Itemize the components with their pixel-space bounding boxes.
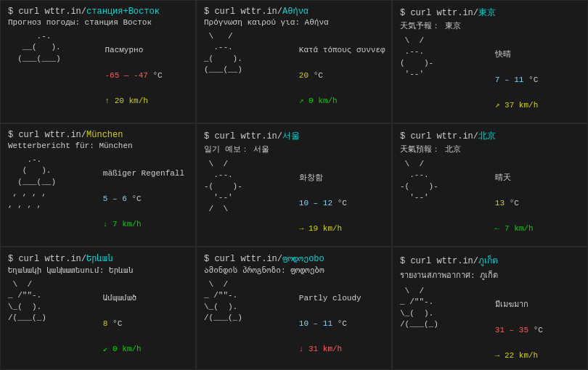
weather-block-8: \ / _ /""-. \_( ). /(___(_) Partly cloud… (204, 279, 384, 370)
location-link-8[interactable]: ფოდოეobо (282, 254, 324, 264)
description-7: Ամպամած (103, 294, 136, 303)
dollar-prompt-4: $ curl wttr.in/ (8, 130, 86, 140)
temp-unit-2: °C (314, 71, 323, 80)
weather-block-1: .-. __( ). (___(___) Пасмурно -65 — -47 … (8, 31, 188, 123)
description-3: 快晴 (495, 50, 511, 59)
weather-info-2: Κατά τόπους συννεφ 20 °C ↗ 0 km/h 10 km … (261, 31, 385, 123)
location-text-1: Прогноз погоды: станция Восток (8, 18, 188, 27)
location-link-9[interactable]: ภูเก็ต (478, 256, 498, 266)
weather-info-3: 快晴 7 – 11 °C ↗ 37 km/h 18 km 0.0 mm (457, 36, 538, 123)
wind-6: ← 7 km/h (495, 224, 534, 233)
ascii-art-2: \ / .--. _( ). (___(__) (204, 31, 255, 123)
weather-info-1: Пасмурно -65 — -47 °C ↑ 20 km/h 20 km 0.… (67, 31, 163, 123)
ascii-art-3: \ / .--. ( )- '--' (400, 36, 451, 123)
dollar-prompt-9: $ curl wttr.in/ (400, 256, 478, 266)
temp-unit-4: °C (131, 194, 141, 203)
ascii-art-9: \ / _ /""-. \_( ). /(___(_) (400, 286, 451, 370)
wind-8: ↓ 31 km/h (299, 345, 342, 353)
location-text-4: Wetterbericht für: München (8, 141, 188, 150)
weather-grid: $ curl wttr.in/станция+Восток Прогноз по… (0, 0, 588, 370)
cmd-line-5: $ curl wttr.in/서울 (204, 130, 384, 142)
dollar-prompt-3: $ curl wttr.in/ (400, 8, 478, 18)
temp-2: 20 (299, 71, 309, 80)
cell-seoul: $ curl wttr.in/서울 일기 예보： 서울 \ / .--. -( … (196, 123, 392, 247)
weather-info-6: 晴天 13 °C ← 7 km/h 8 km 0.0 mm (457, 159, 534, 247)
location-text-5: 일기 예보： 서울 (204, 144, 384, 155)
temp-unit-6: °C (510, 199, 519, 207)
cell-tokyo: $ curl wttr.in/東京 天気予報： 東京 \ / .--. ( )-… (392, 0, 588, 123)
location-text-8: ამინდის პროგნოზი: ფოდოებო (204, 266, 384, 275)
dollar-prompt-8: $ curl wttr.in/ (204, 254, 282, 264)
dollar-prompt-2: $ curl wttr.in/ (204, 7, 282, 17)
weather-block-5: \ / .--. -( )- '--' / \ 화창함 10 – 12 °C →… (204, 159, 384, 247)
temp-7: 8 (103, 319, 108, 328)
dollar-prompt-7: $ curl wttr.in/ (8, 254, 86, 264)
dollar-prompt-6: $ curl wttr.in/ (400, 131, 478, 141)
temp-9: 31 – 35 (495, 326, 528, 334)
location-link-6[interactable]: 北京 (478, 131, 496, 141)
temp-unit-5: °C (338, 199, 347, 207)
ascii-art-6: \ / .--. -( )- '--' (400, 159, 451, 247)
description-2: Κατά τόπους συννεφ (299, 46, 385, 54)
temp-unit-1: °C (152, 71, 162, 80)
ascii-art-8: \ / _ /""-. \_( ). /(___(_) (204, 279, 255, 370)
wind-9: → 22 km/h (495, 351, 538, 360)
weather-info-9: มีเมฆมาก 31 – 35 °C → 22 km/h 9 km 0.0 m… (457, 286, 543, 370)
cmd-line-6: $ curl wttr.in/北京 (400, 130, 580, 142)
location-link-1[interactable]: станция+Восток (86, 7, 160, 17)
temp-4: 5 – 6 (103, 194, 127, 203)
temp-unit-7: °C (113, 319, 122, 328)
temp-3: 7 – 11 (495, 75, 524, 84)
wind-5: → 19 km/h (299, 224, 342, 233)
temp-unit-3: °C (528, 75, 538, 84)
dollar-prompt: $ curl wttr.in/ (8, 7, 86, 17)
wind-1: ↑ 20 km/h (105, 96, 147, 105)
cell-station-vostok: $ curl wttr.in/станция+Восток Прогноз по… (0, 0, 196, 123)
location-text-3: 天気予報： 東京 (400, 20, 580, 31)
ascii-art-7: \ / _ /""-. \_( ). /(___(_) (8, 279, 59, 370)
weather-block-6: \ / .--. -( )- '--' 晴天 13 °C ← 7 km/h 8 … (400, 159, 580, 247)
location-link-3[interactable]: 東京 (478, 8, 496, 18)
cell-yerevan: $ curl wttr.in/Երևան Եղանակի կանխատեսում… (0, 247, 196, 370)
cmd-line-4: $ curl wttr.in/München (8, 130, 188, 140)
location-link-4[interactable]: München (86, 130, 123, 140)
cmd-line-9: $ curl wttr.in/ภูเก็ต (400, 253, 580, 267)
temp-5: 10 – 12 (299, 199, 332, 207)
weather-info-4: mäßiger Regenfall 5 – 6 °C ↓ 7 km/h 8 km… (65, 155, 184, 247)
weather-block-3: \ / .--. ( )- '--' 快晴 7 – 11 °C ↗ 37 km/… (400, 36, 580, 123)
location-text-9: รายงานสภาพอากาศ: ภูเก็ต (400, 268, 580, 281)
description-5: 화창함 (299, 173, 323, 182)
location-link-7[interactable]: Երևան (86, 254, 113, 264)
cell-phuket-geo: $ curl wttr.in/ფოდოეobо ამინდის პროგნოზი… (196, 247, 392, 370)
weather-block-9: \ / _ /""-. \_( ). /(___(_) มีเมฆมาก 31 … (400, 286, 580, 370)
cell-athens: $ curl wttr.in/Αθήνα Πρόγνωση καιρού για… (196, 0, 392, 123)
description-6: 晴天 (495, 173, 511, 182)
temp-6: 13 (495, 199, 505, 207)
cell-munich: $ curl wttr.in/München Wetterbericht für… (0, 123, 196, 247)
dollar-prompt-5: $ curl wttr.in/ (204, 131, 282, 141)
cmd-line-7: $ curl wttr.in/Երևան (8, 253, 188, 264)
ascii-art-5: \ / .--. -( )- '--' / \ (204, 159, 255, 247)
cell-phuket: $ curl wttr.in/ภูเก็ต รายงานสภาพอากาศ: ภ… (392, 247, 588, 370)
location-link-5[interactable]: 서울 (282, 131, 300, 141)
weather-block-2: \ / .--. _( ). (___(__) Κατά τόπους συνν… (204, 31, 384, 123)
weather-info-5: 화창함 10 – 12 °C → 19 km/h 20 km 0.0 mm (261, 159, 347, 247)
cmd-line-1: $ curl wttr.in/станция+Восток (8, 7, 188, 17)
cell-beijing: $ curl wttr.in/北京 天氣預報： 北京 \ / .--. -( )… (392, 123, 588, 247)
location-text-7: Եղանակի կանխատեսում: Երևան (8, 266, 188, 275)
weather-info-7: Ամպամած 8 °C ↙ 0 km/h 10 km 0.0 mm (65, 279, 142, 370)
description-8: Partly cloudy (299, 294, 362, 303)
ascii-art-1: .-. __( ). (___(___) (8, 31, 61, 123)
temp-1: -65 — -47 (105, 71, 147, 80)
description-9: มีเมฆมาก (495, 300, 528, 309)
wind-2: ↗ 0 km/h (299, 96, 338, 105)
location-link-2[interactable]: Αθήνα (282, 7, 309, 17)
description-4: mäßiger Regenfall (103, 169, 184, 178)
wind-3: ↗ 37 km/h (495, 101, 538, 110)
cmd-line-3: $ curl wttr.in/東京 (400, 7, 580, 19)
ascii-art-4: .-. ( ). (___(__) , , , , , , , , (8, 155, 59, 247)
weather-block-4: .-. ( ). (___(__) , , , , , , , , mäßige… (8, 155, 188, 247)
wind-4: ↓ 7 km/h (103, 220, 142, 229)
temp-unit-8: °C (338, 319, 347, 328)
cmd-line-8: $ curl wttr.in/ფოდოეobо (204, 253, 384, 264)
